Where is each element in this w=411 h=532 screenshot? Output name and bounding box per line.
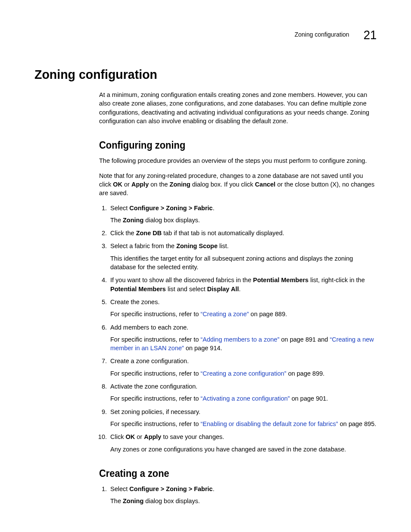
step-item: If you want to show all the discovered f… <box>109 276 377 293</box>
step-item: Select Configure > Zoning > Fabric. The … <box>109 204 377 225</box>
step-item: Click OK or Apply to save your changes. … <box>109 432 377 454</box>
step-sub: For specific instructions, refer to “Add… <box>110 335 377 353</box>
menu-path: Configure > Zoning > Fabric <box>129 205 212 212</box>
apply-label: Apply <box>131 181 149 188</box>
chapter-number: 21 <box>363 26 377 44</box>
intro-paragraph: At a minimum, zoning configuration entai… <box>99 90 377 125</box>
link-activating-config[interactable]: “Activating a zone configuration” <box>201 395 290 402</box>
step-sub: Any zones or zone configurations you hav… <box>110 445 377 454</box>
step-item: Create a zone configuration. For specifi… <box>109 357 377 378</box>
running-title: Zoning configuration <box>295 31 349 39</box>
link-creating-zone[interactable]: “Creating a zone” <box>201 311 249 317</box>
menu-path: Configure > Zoning > Fabric <box>129 485 212 492</box>
link-default-zone[interactable]: “Enabling or disabling the default zone … <box>201 420 338 427</box>
step-item: Set zoning policies, if necessary. For s… <box>109 408 377 429</box>
page: Zoning configuration 21 Zoning configura… <box>0 0 411 532</box>
step-item: Select a fabric from the Zoning Scope li… <box>109 242 377 271</box>
step-item: Add members to each zone. For specific i… <box>109 323 377 353</box>
link-adding-members[interactable]: “Adding members to a zone” <box>201 336 280 343</box>
step-item: Create the zones. For specific instructi… <box>109 298 377 319</box>
link-creating-config[interactable]: “Creating a zone configuration” <box>201 370 286 377</box>
step-item: Select Configure > Zoning > Fabric. The … <box>109 485 377 506</box>
zone-db-label: Zone DB <box>136 230 162 236</box>
step-sub: For specific instructions, refer to “Cre… <box>110 369 377 378</box>
body-text: The following procedure provides an over… <box>99 156 377 165</box>
step-sub: For specific instructions, refer to “Ena… <box>110 420 377 428</box>
procedure-list: Select Configure > Zoning > Fabric. The … <box>99 485 377 506</box>
running-header: Zoning configuration 21 <box>34 26 377 44</box>
cancel-label: Cancel <box>255 181 276 188</box>
step-item: Click the Zone DB tab if that tab is not… <box>109 229 377 237</box>
section-heading-configuring: Configuring zoning <box>99 138 363 152</box>
step-sub: For specific instructions, refer to “Act… <box>110 394 377 403</box>
zoning-label: Zoning <box>170 181 190 188</box>
step-sub: The Zoning dialog box displays. <box>110 216 377 224</box>
zoning-scope-label: Zoning Scope <box>176 243 218 249</box>
step-sub: The Zoning dialog box displays. <box>110 497 377 505</box>
content-block: At a minimum, zoning configuration entai… <box>99 90 377 506</box>
body-text: Note that for any zoning-related procedu… <box>99 171 377 198</box>
step-sub: This identifies the target entity for al… <box>110 254 377 272</box>
ok-label: OK <box>113 181 122 188</box>
step-item: Activate the zone configuration. For spe… <box>109 382 377 403</box>
page-title: Zoning configuration <box>34 65 359 84</box>
section-heading-creating: Creating a zone <box>99 467 363 480</box>
procedure-list: Select Configure > Zoning > Fabric. The … <box>99 204 377 454</box>
step-sub: For specific instructions, refer to “Cre… <box>110 310 377 318</box>
